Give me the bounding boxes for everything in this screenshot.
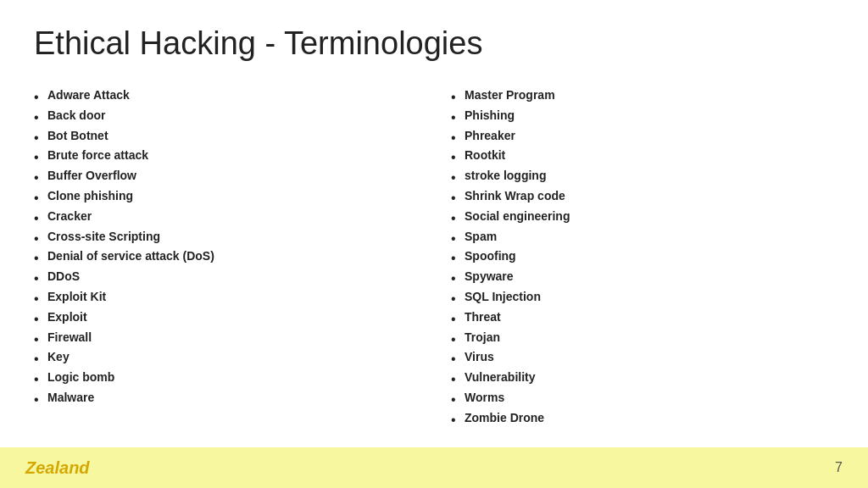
terminology-list-left: Adware AttackBack doorBot BotnetBrute fo… [34, 86, 417, 408]
list-item: Exploit [34, 308, 417, 328]
footer-logo: Zealand [25, 458, 90, 478]
list-item: Trojan [451, 328, 834, 348]
list-item: Virus [451, 347, 834, 368]
list-item: Phishing [451, 106, 834, 126]
list-item: Cracker [34, 207, 417, 227]
list-item: Malware [34, 388, 417, 408]
list-item: Rootkit [451, 146, 834, 166]
list-item: Buffer Overflow [34, 166, 417, 186]
list-item: Key [34, 347, 417, 368]
footer-page-number: 7 [835, 460, 843, 475]
list-item: Back door [34, 106, 417, 126]
list-item: Denial of service attack (DoS) [34, 247, 417, 267]
list-item: Vulnerability [451, 368, 834, 388]
list-item: Master Program [451, 86, 834, 106]
list-item: stroke logging [451, 166, 834, 186]
column-left: Adware AttackBack doorBot BotnetBrute fo… [34, 86, 417, 429]
columns-container: Adware AttackBack doorBot BotnetBrute fo… [34, 86, 834, 429]
column-right: Master ProgramPhishingPhreakerRootkitstr… [451, 86, 834, 429]
list-item: Threat [451, 308, 834, 328]
list-item: Shrink Wrap code [451, 186, 834, 207]
slide: Ethical Hacking - Terminologies Adware A… [0, 0, 868, 488]
list-item: Exploit Kit [34, 287, 417, 308]
slide-title: Ethical Hacking - Terminologies [34, 25, 834, 62]
list-item: Phreaker [451, 126, 834, 147]
list-item: Logic bomb [34, 368, 417, 388]
list-item: Social engineering [451, 207, 834, 227]
list-item: Worms [451, 388, 834, 408]
main-content: Ethical Hacking - Terminologies Adware A… [0, 0, 868, 447]
list-item: Zombie Drone [451, 408, 834, 429]
list-item: Bot Botnet [34, 126, 417, 147]
list-item: Adware Attack [34, 86, 417, 106]
footer: Zealand 7 [0, 447, 868, 488]
list-item: SQL Injection [451, 287, 834, 308]
list-item: Brute force attack [34, 146, 417, 166]
list-item: Spoofing [451, 247, 834, 267]
list-item: Spam [451, 227, 834, 247]
list-item: Firewall [34, 328, 417, 348]
list-item: Clone phishing [34, 186, 417, 207]
list-item: Spyware [451, 267, 834, 287]
list-item: DDoS [34, 267, 417, 287]
terminology-list-right: Master ProgramPhishingPhreakerRootkitstr… [451, 86, 834, 429]
list-item: Cross-site Scripting [34, 227, 417, 247]
